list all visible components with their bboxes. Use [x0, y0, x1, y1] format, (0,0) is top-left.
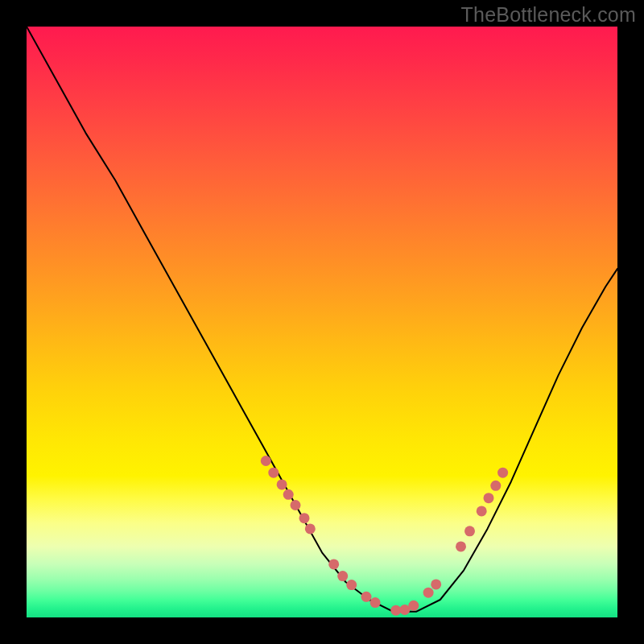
marker-point	[484, 493, 494, 503]
marker-point	[268, 468, 279, 478]
marker-point	[490, 481, 501, 491]
marker-point	[464, 526, 475, 536]
chart-svg	[27, 27, 617, 617]
marker-point	[305, 523, 316, 534]
marker-point	[477, 506, 487, 516]
marker-point	[408, 601, 419, 611]
marker-point	[431, 579, 441, 589]
marker-point	[497, 468, 508, 478]
marker-point	[337, 571, 348, 581]
watermark-text: TheBottleneck.com	[461, 3, 636, 27]
marker-point	[283, 489, 294, 500]
marker-point	[370, 597, 381, 608]
marker-point	[299, 513, 310, 523]
marker-group	[261, 456, 508, 616]
plot-area	[27, 27, 617, 617]
marker-point	[346, 580, 357, 590]
chart-frame: TheBottleneck.com	[0, 0, 644, 644]
marker-point	[423, 588, 434, 598]
marker-point	[456, 541, 466, 551]
marker-point	[328, 559, 339, 569]
marker-point	[291, 500, 301, 510]
marker-point	[277, 479, 287, 489]
bottleneck-curve	[27, 27, 617, 612]
marker-point	[261, 456, 271, 466]
marker-point	[361, 592, 372, 602]
